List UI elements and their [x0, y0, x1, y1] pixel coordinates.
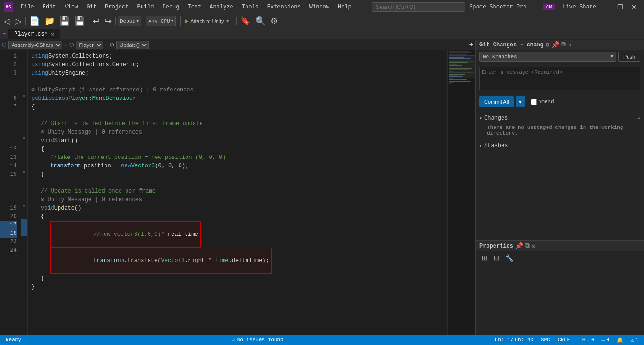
forward-button[interactable]: ▷	[13, 16, 23, 26]
commit-all-button[interactable]: Commit All	[479, 96, 514, 107]
changes-header[interactable]: ▾ Changes ⋯	[479, 113, 640, 123]
assembly-dropdown[interactable]: Assembly-CSharp	[8, 41, 62, 49]
check-icon-item: ✔ No issues found	[231, 337, 285, 343]
changes-arrow-icon: ▾	[479, 115, 482, 121]
platform-config-dropdown[interactable]: Any CPU ▼	[146, 16, 176, 26]
props-icon-btn-3[interactable]: 🔧	[504, 253, 514, 263]
menu-tools[interactable]: Tools	[238, 2, 262, 12]
menu-debug[interactable]: Debug	[158, 2, 183, 12]
settings-icon[interactable]: ⚙	[546, 41, 549, 49]
up-arrow-icon: ↑	[577, 337, 581, 343]
code-editor[interactable]: using System.Collections; using System.C…	[28, 50, 447, 335]
line-ending-item: CRLF	[556, 337, 572, 343]
play-icon: ▶	[185, 18, 188, 24]
save-all-button[interactable]: 💾	[73, 16, 87, 26]
add-file-icon[interactable]: +	[469, 41, 473, 49]
title-bar-left: VS File Edit View Git Project Build Debu…	[4, 2, 355, 12]
commit-message-input[interactable]	[479, 67, 640, 90]
minimize-button[interactable]: —	[600, 2, 612, 12]
nav-icon: ⬡	[2, 42, 7, 48]
git-panel-title: Git Changes - cmang	[479, 42, 544, 48]
properties-pin-icon[interactable]: 📌	[515, 242, 523, 250]
menu-extensions[interactable]: Extensions	[263, 2, 305, 12]
menu-view[interactable]: View	[61, 2, 82, 12]
bell-icon: 🔔	[617, 337, 623, 343]
save-button[interactable]: 💾	[58, 16, 72, 26]
undo-button[interactable]: ↩	[91, 16, 102, 26]
line-numbers: 1 2 3 6 7 12 13 14 15 19 20	[0, 50, 21, 335]
search-input[interactable]	[372, 2, 465, 12]
code-line-blank-2	[31, 111, 443, 120]
stashes-header[interactable]: ▸ Stashes	[479, 142, 640, 150]
new-file-button[interactable]: 📄	[28, 16, 42, 26]
notification-item[interactable]: 🔔	[615, 337, 625, 343]
code-line-20: {	[31, 212, 443, 221]
menu-git[interactable]: Git	[82, 2, 100, 12]
class-dropdown[interactable]: Player	[76, 41, 103, 49]
commit-actions: Commit All ▼ Amend	[476, 96, 644, 111]
git-up-item[interactable]: ↑ 0 ↓ 0	[576, 337, 596, 343]
properties-float-icon[interactable]: ⧉	[525, 242, 530, 250]
push-button[interactable]: Push	[618, 52, 640, 62]
live-share-label[interactable]: Live Share	[562, 4, 596, 10]
class-icon: ⬡	[69, 42, 74, 48]
float-icon[interactable]: ⧉	[561, 41, 566, 49]
amend-label: Amend	[539, 99, 554, 105]
changes-section: ▾ Changes ⋯ There are no unstaged change…	[476, 111, 644, 140]
code-line-15: }	[31, 170, 443, 179]
method-dropdown[interactable]: Update()	[116, 41, 149, 49]
close-panel-icon[interactable]: ✕	[568, 41, 571, 49]
pencil-item[interactable]: ✏ 0	[600, 337, 611, 343]
tab-close-icon[interactable]: ✕	[51, 30, 54, 38]
settings-button[interactable]: ⚙	[269, 16, 280, 26]
code-line-blank-1	[31, 77, 443, 86]
debug-config-dropdown[interactable]: Debug ▼	[118, 16, 141, 26]
props-icon-btn-1[interactable]: ⊞	[479, 253, 490, 263]
amend-checkbox[interactable]	[531, 99, 537, 105]
properties-content	[476, 264, 644, 335]
menu-test[interactable]: Test	[184, 2, 205, 12]
line-col-item: Ln: 17 Ch: 43	[493, 337, 535, 343]
branch-dropdown[interactable]: No Branches ▼	[479, 52, 616, 62]
menu-help[interactable]: Help	[334, 2, 355, 12]
window-controls: — ❐ ✕	[600, 2, 640, 12]
search-toolbar-button[interactable]: 🔍	[254, 16, 268, 26]
open-folder-button[interactable]: 📁	[43, 16, 57, 26]
toolbar-sep-4	[236, 17, 237, 25]
close-button[interactable]: ✕	[628, 2, 640, 12]
editor-nav: ⬡ Assembly-CSharp › ⬡ Player › ⬡ Update(…	[0, 40, 475, 50]
stashes-title: Stashes	[484, 142, 508, 149]
menu-analyze[interactable]: Analyze	[206, 2, 237, 12]
changes-more-icon[interactable]: ⋯	[637, 114, 640, 122]
bookmarks-button[interactable]: 🔖	[239, 16, 253, 26]
redo-button[interactable]: ↪	[103, 16, 113, 26]
attach-to-unity-button[interactable]: ▶ Attach to Unity ▼	[180, 16, 234, 26]
editor-area: ⬡ Assembly-CSharp › ⬡ Player › ⬡ Update(…	[0, 40, 475, 335]
encoding-label: SPC	[541, 337, 550, 343]
maximize-button[interactable]: ❐	[614, 2, 626, 12]
main-toolbar: ◁ ▷ 📄 📁 💾 💾 ↩ ↪ Debug ▼ Any CPU ▼ ▶ Atta…	[0, 14, 644, 28]
warning-item[interactable]: ⚠ 1	[629, 337, 640, 343]
menu-edit[interactable]: Edit	[39, 2, 60, 12]
code-line-17: // Update is called once per frame	[31, 187, 443, 195]
toolbox-tab[interactable]: T	[0, 28, 8, 39]
code-line-meta-3: ⊙ Unity Message | 0 references	[31, 195, 443, 204]
back-button[interactable]: ◁	[2, 16, 12, 26]
pin-icon[interactable]: 📌	[551, 41, 559, 49]
properties-title: Properties	[479, 243, 513, 249]
menu-window[interactable]: Window	[306, 2, 333, 12]
commit-dropdown-button[interactable]: ▼	[516, 96, 525, 107]
menu-build[interactable]: Build	[133, 2, 157, 12]
title-bar-right: CM Live Share — ❐ ✕	[543, 2, 640, 12]
props-icon-btn-2[interactable]: ⊟	[492, 253, 502, 263]
code-line-14: transform.position = new Vector3(0, 0, 0…	[31, 162, 443, 170]
status-bar: Ready ✔ No issues found Ln: 17 Ch: 43 SP…	[0, 335, 644, 345]
menu-file[interactable]: File	[17, 2, 38, 12]
tab-player-cs[interactable]: Player.cs* ✕	[8, 29, 60, 39]
toolbar-sep-3	[115, 17, 116, 25]
properties-close-icon[interactable]: ✕	[532, 242, 535, 250]
code-line-meta-1: ⊙ UnityScript (1 asset reference) | 0 re…	[31, 86, 443, 94]
commit-all-label: Commit All	[484, 99, 509, 105]
menu-project[interactable]: Project	[101, 2, 132, 12]
fold-gutter: ▼ ▼ ▼ ▼	[21, 50, 28, 335]
